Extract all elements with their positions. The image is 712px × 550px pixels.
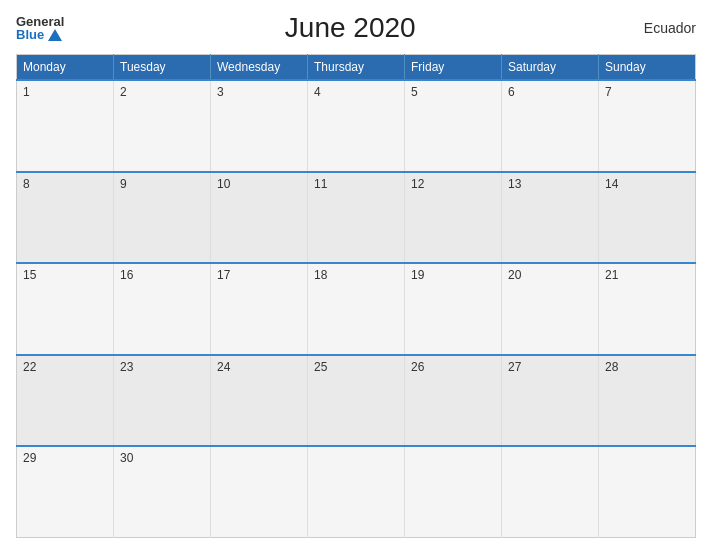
day-number: 12	[411, 177, 424, 191]
calendar-title: June 2020	[64, 12, 636, 44]
weekday-row: Monday Tuesday Wednesday Thursday Friday…	[17, 55, 696, 81]
calendar-day-cell: 6	[502, 80, 599, 172]
calendar-day-cell: 9	[114, 172, 211, 264]
calendar-day-cell: 11	[308, 172, 405, 264]
logo: General Blue	[16, 15, 64, 41]
calendar-day-cell: 7	[599, 80, 696, 172]
weekday-thursday: Thursday	[308, 55, 405, 81]
header: General Blue June 2020 Ecuador	[16, 12, 696, 44]
day-number: 8	[23, 177, 30, 191]
calendar-day-cell: 25	[308, 355, 405, 447]
calendar-page: General Blue June 2020 Ecuador Monday Tu…	[0, 0, 712, 550]
calendar-day-cell: 21	[599, 263, 696, 355]
day-number: 9	[120, 177, 127, 191]
day-number: 15	[23, 268, 36, 282]
day-number: 18	[314, 268, 327, 282]
calendar-day-cell: 5	[405, 80, 502, 172]
day-number: 11	[314, 177, 327, 191]
day-number: 10	[217, 177, 230, 191]
calendar-day-cell	[308, 446, 405, 538]
day-number: 30	[120, 451, 133, 465]
calendar-day-cell: 20	[502, 263, 599, 355]
calendar-day-cell: 1	[17, 80, 114, 172]
calendar-day-cell: 28	[599, 355, 696, 447]
calendar-day-cell	[211, 446, 308, 538]
day-number: 3	[217, 85, 224, 99]
calendar-day-cell: 24	[211, 355, 308, 447]
calendar-day-cell: 26	[405, 355, 502, 447]
day-number: 16	[120, 268, 133, 282]
day-number: 2	[120, 85, 127, 99]
day-number: 22	[23, 360, 36, 374]
calendar-day-cell: 18	[308, 263, 405, 355]
calendar-day-cell	[599, 446, 696, 538]
calendar-day-cell: 19	[405, 263, 502, 355]
logo-triangle-icon	[48, 29, 62, 41]
calendar-week-row: 15161718192021	[17, 263, 696, 355]
calendar-day-cell: 17	[211, 263, 308, 355]
calendar-day-cell: 16	[114, 263, 211, 355]
calendar-day-cell: 8	[17, 172, 114, 264]
day-number: 19	[411, 268, 424, 282]
calendar-day-cell	[405, 446, 502, 538]
day-number: 26	[411, 360, 424, 374]
country-label: Ecuador	[636, 20, 696, 36]
calendar-day-cell: 12	[405, 172, 502, 264]
day-number: 5	[411, 85, 418, 99]
day-number: 29	[23, 451, 36, 465]
calendar-day-cell: 2	[114, 80, 211, 172]
calendar-day-cell	[502, 446, 599, 538]
day-number: 17	[217, 268, 230, 282]
day-number: 25	[314, 360, 327, 374]
day-number: 7	[605, 85, 612, 99]
day-number: 4	[314, 85, 321, 99]
calendar-table: Monday Tuesday Wednesday Thursday Friday…	[16, 54, 696, 538]
day-number: 1	[23, 85, 30, 99]
day-number: 23	[120, 360, 133, 374]
calendar-day-cell: 27	[502, 355, 599, 447]
calendar-day-cell: 4	[308, 80, 405, 172]
weekday-tuesday: Tuesday	[114, 55, 211, 81]
day-number: 27	[508, 360, 521, 374]
calendar-day-cell: 15	[17, 263, 114, 355]
weekday-wednesday: Wednesday	[211, 55, 308, 81]
day-number: 13	[508, 177, 521, 191]
weekday-saturday: Saturday	[502, 55, 599, 81]
calendar-day-cell: 13	[502, 172, 599, 264]
calendar-week-row: 22232425262728	[17, 355, 696, 447]
calendar-body: 1234567891011121314151617181920212223242…	[17, 80, 696, 538]
calendar-day-cell: 3	[211, 80, 308, 172]
calendar-day-cell: 14	[599, 172, 696, 264]
calendar-day-cell: 10	[211, 172, 308, 264]
calendar-week-row: 891011121314	[17, 172, 696, 264]
calendar-day-cell: 30	[114, 446, 211, 538]
day-number: 14	[605, 177, 618, 191]
calendar-day-cell: 23	[114, 355, 211, 447]
day-number: 28	[605, 360, 618, 374]
logo-blue-text: Blue	[16, 28, 64, 41]
weekday-friday: Friday	[405, 55, 502, 81]
calendar-day-cell: 22	[17, 355, 114, 447]
weekday-sunday: Sunday	[599, 55, 696, 81]
calendar-week-row: 2930	[17, 446, 696, 538]
day-number: 21	[605, 268, 618, 282]
calendar-day-cell: 29	[17, 446, 114, 538]
weekday-monday: Monday	[17, 55, 114, 81]
calendar-week-row: 1234567	[17, 80, 696, 172]
day-number: 24	[217, 360, 230, 374]
day-number: 6	[508, 85, 515, 99]
day-number: 20	[508, 268, 521, 282]
calendar-header: Monday Tuesday Wednesday Thursday Friday…	[17, 55, 696, 81]
